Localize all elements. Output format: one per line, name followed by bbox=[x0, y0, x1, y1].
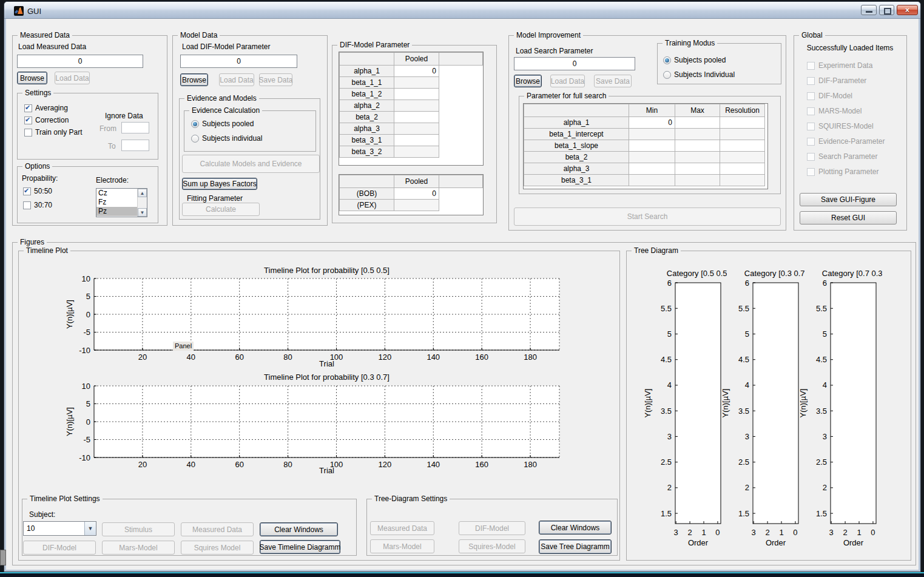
to-input[interactable] bbox=[121, 140, 149, 151]
start-search-button[interactable]: Start Search bbox=[514, 208, 781, 226]
table-cell[interactable]: 0 bbox=[629, 117, 675, 129]
table-cell[interactable] bbox=[720, 117, 765, 129]
save-gui-figure-button[interactable]: Save GUI-Figure bbox=[800, 193, 897, 206]
svg-text:4.5: 4.5 bbox=[661, 355, 672, 364]
minimize-button[interactable] bbox=[861, 5, 877, 15]
subject-value: 10 bbox=[24, 522, 84, 535]
load-search-button[interactable]: Load Data bbox=[550, 75, 585, 87]
table-cell[interactable] bbox=[394, 135, 439, 146]
prob-3070-checkbox[interactable] bbox=[23, 201, 31, 209]
table-cell[interactable] bbox=[629, 140, 675, 152]
table-cell[interactable]: 0 bbox=[394, 188, 439, 200]
subject-dropdown[interactable]: 10 ▼ bbox=[23, 521, 96, 536]
checkbox-experiment-data[interactable] bbox=[807, 62, 815, 70]
svg-text:2: 2 bbox=[823, 483, 827, 492]
tree-dif-model-button[interactable]: DIF-Model bbox=[459, 521, 525, 535]
table-cell[interactable] bbox=[394, 77, 439, 89]
timeline-mars-model-button[interactable]: Mars-Model bbox=[102, 541, 175, 555]
list-item-fz[interactable]: Fz bbox=[96, 198, 137, 207]
timeline-clear-windows-button[interactable]: Clear Windows bbox=[260, 522, 338, 536]
training-pooled-radio[interactable] bbox=[663, 56, 671, 64]
panel-title: Tree Diagram bbox=[632, 246, 681, 255]
browse-dif-button[interactable]: Browse bbox=[180, 73, 208, 86]
checkbox-squires-model[interactable] bbox=[807, 123, 815, 130]
stimulus-button[interactable]: Stimulus bbox=[102, 522, 175, 536]
table-cell[interactable] bbox=[675, 175, 720, 186]
load-measured-button[interactable]: Load Data bbox=[55, 72, 90, 84]
scroll-up-icon[interactable]: ▲ bbox=[138, 189, 147, 197]
checkbox-evidence-parameter[interactable] bbox=[807, 138, 815, 146]
checkbox-search-parameter[interactable] bbox=[807, 153, 815, 161]
timeline-squires-model-button[interactable]: Squires Model bbox=[181, 541, 254, 555]
table-cell[interactable] bbox=[629, 175, 675, 186]
table-cell[interactable] bbox=[394, 123, 439, 135]
averaging-checkbox[interactable] bbox=[24, 104, 32, 112]
list-item-cz[interactable]: Cz bbox=[96, 189, 137, 198]
save-timeline-diagram-button[interactable]: Save Timeline Diagramm bbox=[260, 540, 340, 554]
measured-data-path-input[interactable]: 0 bbox=[17, 55, 143, 68]
table-cell[interactable] bbox=[675, 140, 720, 152]
train-only-part-checkbox[interactable] bbox=[24, 129, 32, 137]
timeline-measured-data-button[interactable]: Measured Data bbox=[181, 522, 254, 536]
bob-pex-table[interactable]: Pooled(BOB)0(PEX) bbox=[339, 174, 484, 215]
table-cell[interactable] bbox=[675, 163, 720, 175]
training-individual-radio[interactable] bbox=[663, 71, 671, 79]
table-cell[interactable] bbox=[394, 200, 439, 211]
electrode-scrollbar[interactable]: ▲ ▼ bbox=[137, 189, 147, 217]
window-titlebar[interactable]: GUI bbox=[4, 2, 920, 19]
checkbox-mars-model[interactable] bbox=[807, 107, 815, 115]
dif-parameter-table[interactable]: Pooledalpha_10beta_1_1beta_1_2alpha_2bet… bbox=[339, 52, 484, 166]
subjects-individual-radio[interactable] bbox=[191, 135, 199, 143]
checkbox-plotting-parameter[interactable] bbox=[807, 168, 815, 176]
browse-measured-button[interactable]: Browse bbox=[17, 72, 47, 84]
tree-measured-data-button[interactable]: Measured Data bbox=[370, 521, 434, 535]
calculate-models-button[interactable]: Calculate Models and Evidence bbox=[182, 155, 320, 173]
save-dif-button[interactable]: Save Data bbox=[259, 73, 292, 86]
table-cell[interactable] bbox=[675, 129, 720, 140]
load-dif-button[interactable]: Load Data bbox=[219, 73, 254, 86]
browse-search-button[interactable]: Browse bbox=[514, 75, 542, 87]
correction-checkbox[interactable] bbox=[24, 116, 32, 124]
subjects-pooled-radio[interactable] bbox=[191, 120, 199, 128]
search-parameter-path-input[interactable]: 0 bbox=[514, 57, 635, 70]
table-cell[interactable] bbox=[720, 140, 765, 152]
table-cell[interactable] bbox=[394, 112, 439, 123]
full-search-table[interactable]: MinMaxResolutionalpha_10beta_1_intercept… bbox=[523, 103, 768, 189]
table-cell[interactable] bbox=[675, 152, 720, 163]
table-cell[interactable] bbox=[720, 152, 765, 163]
row-label: beta_1_intercept bbox=[524, 129, 629, 140]
table-cell[interactable] bbox=[394, 146, 439, 158]
timeline-dif-model-button[interactable]: DIF-Model bbox=[23, 541, 96, 555]
table-cell[interactable] bbox=[629, 163, 675, 175]
checkbox-dif-parameter[interactable] bbox=[807, 77, 815, 85]
dif-parameter-path-input[interactable]: 0 bbox=[180, 55, 297, 68]
from-input[interactable] bbox=[121, 122, 149, 133]
sum-bayes-button[interactable]: Sum up Bayes Factors bbox=[182, 178, 257, 190]
prob-5050-checkbox[interactable] bbox=[23, 187, 31, 195]
list-item-pz[interactable]: Pz bbox=[96, 207, 137, 216]
calculate-button[interactable]: Calculate bbox=[182, 203, 260, 216]
tree-squires-model-button[interactable]: Squires-Model bbox=[459, 539, 525, 553]
table-cell[interactable] bbox=[720, 175, 765, 186]
table-cell[interactable] bbox=[720, 163, 765, 175]
table-cell[interactable] bbox=[629, 129, 675, 140]
close-button[interactable]: × bbox=[897, 5, 918, 15]
table-cell[interactable] bbox=[629, 152, 675, 163]
tree-mars-model-button[interactable]: Mars-Model bbox=[370, 539, 434, 553]
table-cell[interactable] bbox=[675, 117, 720, 129]
checkbox-dif-model[interactable] bbox=[807, 92, 815, 100]
electrode-listbox[interactable]: CzFzPz ▲ ▼ bbox=[96, 188, 147, 217]
save-tree-diagram-button[interactable]: Save Tree Diagramm bbox=[539, 539, 612, 554]
reset-gui-button[interactable]: Reset GUI bbox=[800, 211, 897, 224]
scroll-down-icon[interactable]: ▼ bbox=[138, 208, 147, 217]
svg-text:2.5: 2.5 bbox=[738, 457, 749, 467]
chevron-down-icon[interactable]: ▼ bbox=[84, 522, 96, 535]
restore-button[interactable] bbox=[879, 5, 894, 15]
table-cell[interactable] bbox=[720, 129, 765, 140]
save-search-button[interactable]: Save Data bbox=[594, 75, 632, 87]
table-cell[interactable] bbox=[394, 100, 439, 112]
tree-clear-windows-button[interactable]: Clear Windows bbox=[539, 521, 612, 535]
fitting-parameter-label: Fitting Parameter bbox=[187, 194, 243, 203]
table-cell[interactable] bbox=[394, 89, 439, 100]
table-cell[interactable]: 0 bbox=[394, 66, 439, 77]
